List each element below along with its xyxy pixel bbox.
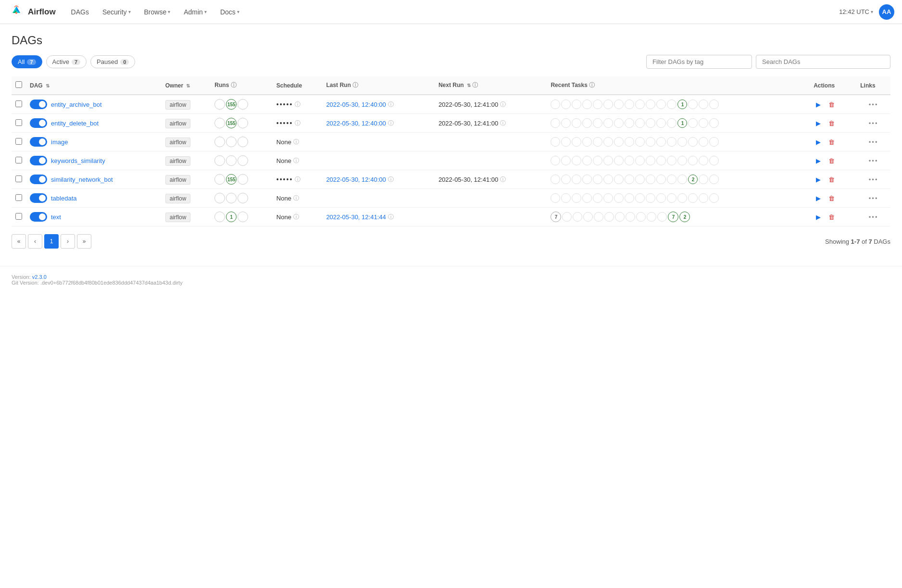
delete-dag-btn-tabledata[interactable]: 🗑 <box>826 193 837 203</box>
last-run-link-entity_archive_bot[interactable]: 2022-05-30, 12:40:00 <box>326 101 386 108</box>
last-run-info-entity_delete_bot[interactable]: ⓘ <box>388 119 394 127</box>
tab-paused[interactable]: Paused 0 <box>90 55 135 68</box>
task-c-12 <box>677 175 687 184</box>
nav-item-browse[interactable]: Browse ▾ <box>138 4 176 20</box>
last-run-link-similarity_network_bot[interactable]: 2022-05-30, 12:40:00 <box>326 176 386 183</box>
row-checkbox-text[interactable] <box>15 213 22 220</box>
trigger-dag-btn-similarity_network_bot[interactable]: ▶ <box>814 175 823 185</box>
tab-active[interactable]: Active 7 <box>46 55 87 68</box>
dag-toggle-tabledata[interactable] <box>30 193 47 203</box>
user-avatar[interactable]: AA <box>879 4 894 20</box>
page-1-btn[interactable]: 1 <box>44 234 59 249</box>
more-links-btn-similarity_network_bot[interactable]: ••• <box>860 175 887 185</box>
schedule-info-icon-similarity_network_bot[interactable]: ⓘ <box>295 175 301 184</box>
last-run-info-similarity_network_bot[interactable]: ⓘ <box>388 175 394 184</box>
page-prev-btn[interactable]: ‹ <box>28 234 42 249</box>
next-run-info-entity_archive_bot[interactable]: ⓘ <box>500 100 506 109</box>
task-seven-badge: 7 <box>551 212 561 222</box>
dag-link-similarity_network_bot[interactable]: similarity_network_bot <box>51 176 113 183</box>
schedule-info-icon-image[interactable]: ⓘ <box>293 138 299 146</box>
dag-link-entity_archive_bot[interactable]: entity_archive_bot <box>51 101 102 108</box>
nav-item-security[interactable]: Security ▾ <box>97 4 137 20</box>
col-owner[interactable]: Owner ⇅ <box>162 76 211 95</box>
more-links-btn-entity_delete_bot[interactable]: ••• <box>860 118 887 128</box>
dag-toggle-keywords_similarity[interactable] <box>30 156 47 165</box>
page-first-btn[interactable]: « <box>12 234 26 249</box>
owner-badge-similarity_network_bot: airflow <box>165 175 191 185</box>
row-checkbox-image[interactable] <box>15 138 22 145</box>
task-c-2 <box>572 118 581 128</box>
delete-dag-btn-similarity_network_bot[interactable]: 🗑 <box>826 175 837 185</box>
delete-dag-btn-entity_archive_bot[interactable]: 🗑 <box>826 100 837 110</box>
dag-link-image[interactable]: image <box>51 138 68 146</box>
links-cell: ••• <box>856 114 890 133</box>
delete-dag-btn-keywords_similarity[interactable]: 🗑 <box>826 156 837 166</box>
col-runs: Runs ⓘ <box>211 76 272 95</box>
row-checkbox-entity_archive_bot[interactable] <box>15 100 22 107</box>
task-c-9 <box>646 118 655 128</box>
trigger-dag-btn-image[interactable]: ▶ <box>814 137 823 147</box>
nav-item-docs[interactable]: Docs ▾ <box>214 4 245 20</box>
nav-item-dags[interactable]: DAGs <box>65 4 95 20</box>
recent-tasks-cell <box>547 151 810 170</box>
row-checkbox-similarity_network_bot[interactable] <box>15 175 22 182</box>
delete-dag-btn-entity_delete_bot[interactable]: 🗑 <box>826 118 837 128</box>
dag-toggle-image[interactable] <box>30 137 47 147</box>
version-link[interactable]: v2.3.0 <box>32 274 47 280</box>
lastrun-info-icon[interactable]: ⓘ <box>352 82 358 88</box>
more-links-btn-text[interactable]: ••• <box>860 212 887 222</box>
select-all-checkbox[interactable] <box>15 81 22 88</box>
more-links-btn-image[interactable]: ••• <box>860 137 887 147</box>
trigger-dag-btn-entity_archive_bot[interactable]: ▶ <box>814 100 823 110</box>
dag-link-keywords_similarity[interactable]: keywords_similarity <box>51 157 105 164</box>
runs-info-icon[interactable]: ⓘ <box>231 82 237 88</box>
row-checkbox-tabledata[interactable] <box>15 194 22 201</box>
row-checkbox-keywords_similarity[interactable] <box>15 157 22 163</box>
trigger-dag-btn-keywords_similarity[interactable]: ▶ <box>814 156 823 166</box>
next-run-info-entity_delete_bot[interactable]: ⓘ <box>500 119 506 127</box>
trigger-dag-btn-text[interactable]: ▶ <box>814 212 823 222</box>
trigger-dag-btn-tabledata[interactable]: ▶ <box>814 193 823 203</box>
last-run-link-entity_delete_bot[interactable]: 2022-05-30, 12:40:00 <box>326 120 386 127</box>
col-dag[interactable]: DAG ⇅ <box>26 76 162 95</box>
dag-toggle-entity_archive_bot[interactable] <box>30 100 47 109</box>
schedule-info-icon-entity_delete_bot[interactable]: ⓘ <box>295 119 301 127</box>
dag-toggle-similarity_network_bot[interactable] <box>30 175 47 184</box>
schedule-info-icon-keywords_similarity[interactable]: ⓘ <box>293 157 299 165</box>
last-run-info-text[interactable]: ⓘ <box>388 213 394 221</box>
task-c-6 <box>614 156 624 165</box>
next-run-info-similarity_network_bot[interactable]: ⓘ <box>500 175 506 184</box>
nav-item-admin[interactable]: Admin ▾ <box>178 4 213 20</box>
schedule-info-icon-tabledata[interactable]: ⓘ <box>293 194 299 202</box>
dag-link-text[interactable]: text <box>51 213 61 221</box>
dag-link-entity_delete_bot[interactable]: entity_delete_bot <box>51 120 99 127</box>
tab-all[interactable]: All 7 <box>12 55 42 68</box>
task-c-12 <box>677 193 687 203</box>
tab-active-badge: 7 <box>72 59 80 65</box>
time-display[interactable]: 12:42 UTC ▾ <box>839 8 873 15</box>
task-c-0 <box>551 193 560 203</box>
brand-logo[interactable]: Airflow <box>8 3 56 21</box>
last-run-info-entity_archive_bot[interactable]: ⓘ <box>388 100 394 109</box>
tag-filter-input[interactable] <box>646 55 752 69</box>
nextrun-info-icon[interactable]: ⓘ <box>472 82 478 88</box>
schedule-info-icon-text[interactable]: ⓘ <box>293 213 299 221</box>
delete-dag-btn-text[interactable]: 🗑 <box>826 212 837 222</box>
page-next-btn[interactable]: › <box>61 234 75 249</box>
schedule-info-icon-entity_archive_bot[interactable]: ⓘ <box>295 100 301 109</box>
dag-link-tabledata[interactable]: tabledata <box>51 195 77 202</box>
search-input[interactable] <box>756 55 890 69</box>
page-last-btn[interactable]: » <box>77 234 91 249</box>
col-next-run[interactable]: Next Run ⇅ ⓘ <box>435 76 547 95</box>
delete-dag-btn-image[interactable]: 🗑 <box>826 137 837 147</box>
more-links-btn-keywords_similarity[interactable]: ••• <box>860 156 887 166</box>
last-run-link-text[interactable]: 2022-05-30, 12:41:44 <box>326 213 386 221</box>
recenttasks-info-icon[interactable]: ⓘ <box>589 82 595 88</box>
trigger-dag-btn-entity_delete_bot[interactable]: ▶ <box>814 118 823 128</box>
runs-circles-tabledata <box>214 193 268 203</box>
more-links-btn-entity_archive_bot[interactable]: ••• <box>860 100 887 110</box>
dag-toggle-entity_delete_bot[interactable] <box>30 118 47 128</box>
dag-toggle-text[interactable] <box>30 212 47 222</box>
more-links-btn-tabledata[interactable]: ••• <box>860 193 887 203</box>
row-checkbox-entity_delete_bot[interactable] <box>15 119 22 126</box>
